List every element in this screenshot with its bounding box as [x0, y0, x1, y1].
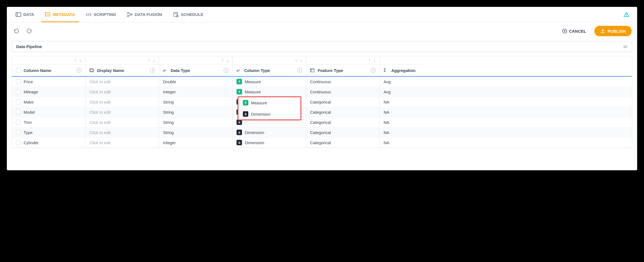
- aggregation-value: NA: [384, 110, 389, 115]
- svg-rect-9: [127, 12, 129, 14]
- cell-data-type[interactable]: Double: [159, 77, 233, 87]
- dropdown-option-measure[interactable]: # Measure: [238, 97, 300, 108]
- sort-cell[interactable]: ↑↓: [12, 56, 86, 65]
- svg-rect-2: [45, 12, 46, 13]
- tab-label: SCHEDULE: [181, 12, 204, 17]
- cell-column-type[interactable]: # Measure: [233, 87, 306, 97]
- cell-feature-type[interactable]: Categorical: [306, 117, 380, 127]
- cancel-button[interactable]: CANCEL: [558, 26, 590, 37]
- cell-feature-type[interactable]: Categorical: [306, 97, 380, 107]
- column-type-value: Dimension: [245, 130, 264, 135]
- tab-schedule[interactable]: SCHEDULE: [169, 7, 207, 22]
- cell-column-name[interactable]: Type: [12, 127, 86, 137]
- cell-column-name[interactable]: Make: [12, 97, 86, 107]
- undo-button[interactable]: [12, 27, 21, 35]
- dropdown-option-dimension[interactable]: a Dimension: [238, 108, 300, 119]
- cell-display-name[interactable]: Click to edit: [86, 97, 159, 107]
- datatype-icon: a#: [163, 68, 168, 73]
- cell-feature-type[interactable]: Categorical: [306, 138, 380, 147]
- svg-rect-5: [47, 14, 50, 15]
- info-icon[interactable]: i: [150, 68, 155, 73]
- app-frame: DATA METADATA SCRIPTING DATA FUSION SCHE…: [7, 7, 637, 170]
- row-checkbox[interactable]: [16, 140, 21, 145]
- row-checkbox[interactable]: [16, 110, 21, 115]
- cell-column-name[interactable]: Mileage: [12, 87, 86, 97]
- toolbar: CANCEL PUBLISH: [7, 22, 637, 40]
- sigma-icon: Σ: [384, 68, 389, 73]
- cell-column-name[interactable]: Cylinder: [12, 138, 86, 147]
- svg-rect-11: [131, 14, 132, 15]
- cell-display-name[interactable]: Click to edit: [86, 107, 159, 117]
- cell-feature-type[interactable]: Continuous: [306, 87, 380, 97]
- column-name-value: Model: [24, 110, 35, 115]
- row-checkbox[interactable]: [16, 120, 21, 125]
- cell-column-name[interactable]: Model: [12, 107, 86, 117]
- tab-data-fusion[interactable]: DATA FUSION: [123, 7, 166, 22]
- sort-cell[interactable]: ↑↓: [306, 56, 380, 65]
- select-all-checkbox[interactable]: [16, 68, 21, 73]
- cell-display-name[interactable]: Click to edit: [86, 77, 159, 87]
- cell-data-type[interactable]: String: [159, 107, 233, 117]
- display-name-placeholder: Click to edit: [89, 110, 111, 115]
- display-name-placeholder: Click to edit: [89, 140, 111, 145]
- cell-feature-type[interactable]: Continuous: [306, 77, 380, 87]
- cell-data-type[interactable]: String: [159, 127, 233, 137]
- warning-icon[interactable]: [623, 12, 629, 18]
- cell-display-name[interactable]: Click to edit: [86, 87, 159, 97]
- tabs-bar: DATA METADATA SCRIPTING DATA FUSION SCHE…: [7, 7, 637, 22]
- cell-data-type[interactable]: String: [159, 117, 233, 127]
- cell-aggregation[interactable]: NA: [380, 107, 424, 117]
- cell-feature-type[interactable]: Categorical: [306, 107, 380, 117]
- sort-cell[interactable]: ↑↓: [159, 56, 233, 65]
- hash-icon: #: [237, 89, 242, 94]
- cell-data-type[interactable]: String: [159, 97, 233, 107]
- tab-metadata[interactable]: METADATA: [41, 7, 79, 22]
- sort-cell[interactable]: ↑↓: [86, 56, 159, 65]
- hdr-display-name: Display Name i: [86, 65, 159, 76]
- data-type-value: String: [163, 130, 174, 135]
- cell-display-name[interactable]: Click to edit: [86, 117, 159, 127]
- publish-button[interactable]: PUBLISH: [594, 26, 632, 36]
- pipeline-title: Data Pipeline: [16, 44, 42, 49]
- cell-data-type[interactable]: Integer: [159, 87, 233, 97]
- cell-data-type[interactable]: Integer: [159, 138, 233, 147]
- cell-aggregation[interactable]: NA: [380, 117, 424, 127]
- cell-column-name[interactable]: Price: [12, 77, 86, 87]
- table-row: Mileage Click to edit Integer # Measure …: [12, 87, 632, 97]
- hdr-column-name: Column Name i: [12, 65, 86, 76]
- hash-icon: #: [237, 79, 242, 84]
- hdr-feature-type: Feature Type i: [306, 65, 380, 76]
- svg-rect-3: [47, 12, 50, 13]
- cell-aggregation[interactable]: Avg: [380, 87, 424, 97]
- metadata-table: ↑↓ ↑↓ ↑↓ ↑↓ ↑↓ Column Name i Display Nam…: [12, 56, 632, 148]
- cell-column-name[interactable]: Trim: [12, 117, 86, 127]
- cell-display-name[interactable]: Click to edit: [86, 138, 159, 147]
- feature-type-value: Categorical: [310, 100, 331, 104]
- row-checkbox[interactable]: [16, 79, 21, 84]
- sort-cell: [380, 56, 424, 65]
- cell-aggregation[interactable]: NA: [380, 127, 424, 137]
- cell-column-type[interactable]: # Measure: [233, 77, 306, 87]
- columntype-icon: a#: [237, 68, 241, 73]
- cell-aggregation[interactable]: Avg: [380, 77, 424, 87]
- row-checkbox[interactable]: [16, 89, 21, 94]
- redo-button[interactable]: [25, 27, 33, 35]
- sort-row: ↑↓ ↑↓ ↑↓ ↑↓ ↑↓: [12, 56, 632, 65]
- row-checkbox[interactable]: [16, 99, 21, 104]
- cell-column-type[interactable]: a Dimension: [233, 138, 306, 147]
- cell-display-name[interactable]: Click to edit: [86, 127, 159, 137]
- tab-scripting[interactable]: SCRIPTING: [82, 7, 120, 22]
- sort-cell[interactable]: ↑↓: [233, 56, 306, 65]
- info-icon[interactable]: i: [224, 68, 229, 73]
- cell-aggregation[interactable]: NA: [380, 97, 424, 107]
- svg-rect-6: [45, 15, 46, 16]
- pipeline-panel[interactable]: Data Pipeline: [12, 41, 632, 52]
- tab-data[interactable]: DATA: [12, 7, 38, 22]
- cell-column-type[interactable]: a Dimension: [233, 127, 306, 137]
- info-icon[interactable]: i: [77, 68, 81, 73]
- cell-feature-type[interactable]: Categorical: [306, 127, 380, 137]
- info-icon[interactable]: i: [297, 68, 302, 73]
- row-checkbox[interactable]: [16, 130, 21, 135]
- info-icon[interactable]: i: [371, 68, 376, 73]
- cell-aggregation[interactable]: NA: [380, 138, 424, 147]
